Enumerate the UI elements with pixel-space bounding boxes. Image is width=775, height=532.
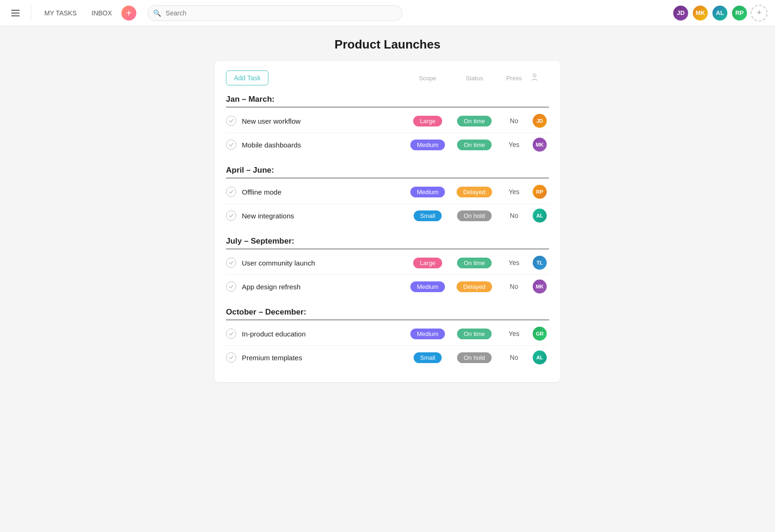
- table-row: User community launch Large On time Yes …: [226, 251, 549, 275]
- task-name: Mobile dashboards: [242, 141, 404, 149]
- section-2: July – September: User community launch …: [226, 237, 549, 298]
- avatar: RP: [533, 185, 547, 199]
- task-press: Yes: [498, 188, 530, 196]
- table-row: App design refresh Medium Delayed No MK: [226, 275, 549, 298]
- task-assignee: AL: [530, 209, 549, 223]
- task-name: Offline mode: [242, 188, 404, 196]
- nav-avatar-4[interactable]: RP: [731, 5, 748, 21]
- task-checkbox[interactable]: [226, 352, 236, 363]
- section-title-2: July – September:: [226, 237, 549, 246]
- task-assignee: JD: [530, 114, 549, 128]
- task-checkbox[interactable]: [226, 116, 236, 126]
- task-press: No: [498, 283, 530, 290]
- section-0: Jan – March: New user workflow Large On …: [226, 95, 549, 156]
- task-press: Yes: [498, 141, 530, 148]
- task-name: In-product education: [242, 330, 404, 338]
- task-press: Yes: [498, 330, 530, 337]
- task-assignee: MK: [530, 280, 549, 294]
- task-name: Premium templates: [242, 354, 404, 362]
- task-assignee: RP: [530, 185, 549, 199]
- task-status: Delayed: [451, 281, 498, 292]
- status-badge: On time: [457, 116, 492, 126]
- nav-avatar-2[interactable]: MK: [692, 5, 709, 21]
- section-title-1: April – June:: [226, 166, 549, 175]
- task-status: On hold: [451, 210, 498, 221]
- col-header-press: Press: [498, 75, 530, 82]
- page-title: Product Launches: [335, 37, 441, 52]
- scope-badge: Medium: [410, 329, 445, 339]
- scope-badge: Large: [413, 258, 442, 268]
- avatar: MK: [533, 280, 547, 294]
- task-press: No: [498, 117, 530, 125]
- section-divider-2: [226, 249, 549, 249]
- search-input[interactable]: [148, 5, 402, 21]
- task-status: On time: [451, 329, 498, 339]
- avatar: MK: [533, 138, 547, 152]
- task-scope: Medium: [404, 187, 451, 197]
- section-divider-0: [226, 107, 549, 107]
- table-row: Mobile dashboards Medium On time Yes MK: [226, 133, 549, 156]
- add-member-button[interactable]: +: [751, 5, 768, 21]
- task-scope: Medium: [404, 281, 451, 292]
- avatar: JD: [533, 114, 547, 128]
- nav-avatar-1[interactable]: JD: [672, 5, 689, 21]
- hamburger-icon[interactable]: [7, 6, 23, 20]
- search-bar: 🔍: [148, 5, 402, 21]
- nav-avatar-3[interactable]: AL: [712, 5, 728, 21]
- add-task-button[interactable]: Add Task: [226, 70, 268, 85]
- toolbar-row: Add Task Scope Status Press: [226, 70, 549, 85]
- avatar: TL: [533, 256, 547, 270]
- task-assignee: AL: [530, 350, 549, 364]
- task-checkbox[interactable]: [226, 187, 236, 197]
- nav-divider: [31, 6, 31, 21]
- task-name: User community launch: [242, 259, 404, 267]
- task-assignee: GR: [530, 327, 549, 341]
- svg-point-0: [533, 74, 536, 77]
- section-title-3: October – December:: [226, 308, 549, 317]
- task-scope: Large: [404, 258, 451, 268]
- task-checkbox[interactable]: [226, 329, 236, 339]
- task-scope: Large: [404, 116, 451, 126]
- avatar: AL: [533, 350, 547, 364]
- task-cols: Large On time No JD: [404, 114, 549, 128]
- status-badge: Delayed: [457, 281, 492, 292]
- status-badge: On time: [457, 258, 492, 268]
- task-container: Add Task Scope Status Press Jan – March:…: [215, 61, 560, 382]
- task-status: On time: [451, 116, 498, 126]
- task-cols: Small On hold No AL: [404, 209, 549, 223]
- col-header-person: [530, 73, 549, 83]
- task-checkbox[interactable]: [226, 140, 236, 150]
- task-name: New user workflow: [242, 117, 404, 125]
- page-header: Product Launches: [0, 26, 775, 61]
- task-checkbox[interactable]: [226, 258, 236, 268]
- nav-tab-inbox[interactable]: INBOX: [86, 7, 118, 20]
- task-scope: Small: [404, 210, 451, 221]
- nav-tab-my-tasks[interactable]: MY TASKS: [39, 7, 82, 20]
- scope-badge: Medium: [410, 140, 445, 150]
- task-assignee: TL: [530, 256, 549, 270]
- table-row: New user workflow Large On time No JD: [226, 109, 549, 133]
- scope-badge: Medium: [410, 281, 445, 292]
- col-header-scope: Scope: [404, 75, 451, 82]
- task-cols: Medium Delayed Yes RP: [404, 185, 549, 199]
- section-divider-1: [226, 178, 549, 178]
- task-checkbox[interactable]: [226, 210, 236, 221]
- nav-avatars: JD MK AL RP +: [672, 5, 768, 21]
- scope-badge: Medium: [410, 187, 445, 197]
- search-icon: 🔍: [153, 9, 161, 17]
- section-title-0: Jan – March:: [226, 95, 549, 104]
- task-cols: Large On time Yes TL: [404, 256, 549, 270]
- task-status: On hold: [451, 352, 498, 363]
- scope-badge: Small: [414, 352, 442, 363]
- task-cols: Medium On time Yes MK: [404, 138, 549, 152]
- add-button[interactable]: +: [121, 6, 136, 21]
- task-status: Delayed: [451, 187, 498, 197]
- table-row: In-product education Medium On time Yes …: [226, 322, 549, 346]
- task-status: On time: [451, 140, 498, 150]
- status-badge: On hold: [457, 210, 492, 221]
- task-checkbox[interactable]: [226, 281, 236, 292]
- task-press: No: [498, 354, 530, 361]
- avatar: GR: [533, 327, 547, 341]
- section-1: April – June: Offline mode Medium Delaye…: [226, 166, 549, 227]
- column-headers: Scope Status Press: [404, 73, 549, 83]
